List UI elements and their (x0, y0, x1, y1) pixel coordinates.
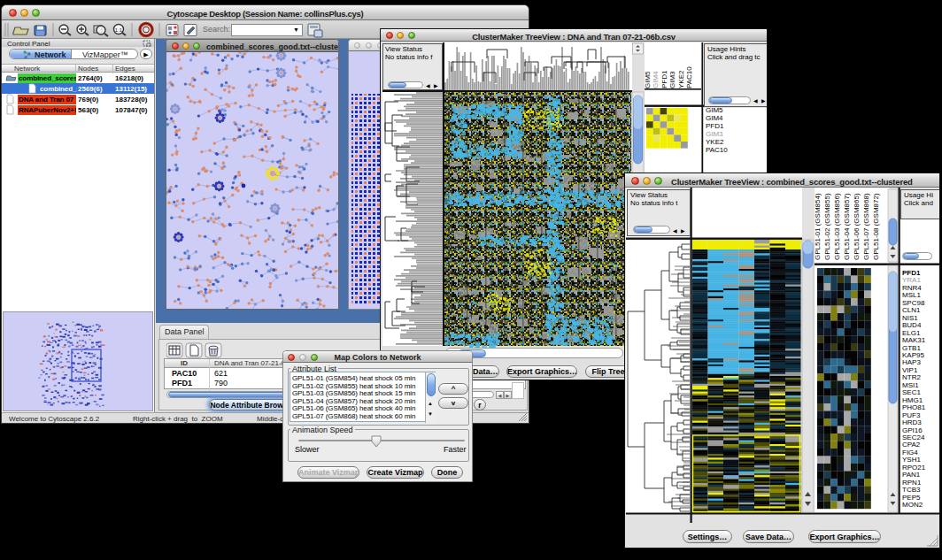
svg-text:1:1: 1:1 (115, 27, 123, 33)
